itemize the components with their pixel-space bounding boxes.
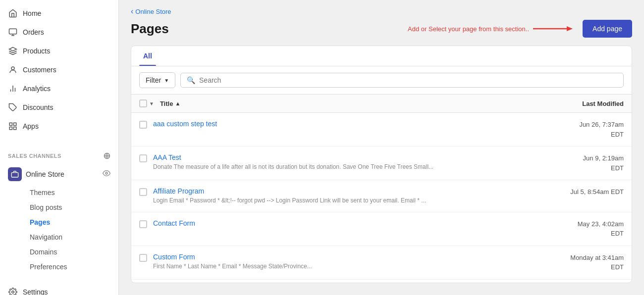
tab-all[interactable]: All [139, 46, 156, 66]
header-right: Add or Select your page from this sectio… [408, 20, 632, 38]
table-row: aaa custom step test Jun 26, 7:37am EDT [131, 113, 632, 147]
subnav-blog-posts[interactable]: Blog posts [22, 200, 118, 215]
row-desc: Donate The measure of a life after all i… [153, 163, 535, 171]
subnav-navigation[interactable]: Navigation [22, 230, 118, 245]
subnav-themes[interactable]: Themes [22, 185, 118, 200]
customers-icon [8, 65, 18, 75]
orders-icon [8, 27, 18, 37]
sidebar-item-orders[interactable]: Orders [0, 23, 118, 42]
row-checkbox[interactable] [139, 121, 147, 129]
svg-rect-13 [11, 173, 18, 177]
svg-marker-17 [567, 26, 573, 31]
sidebar: Home Orders Products Customers Analytics [0, 0, 119, 295]
page-title: Pages [131, 21, 169, 37]
row-date: Jun 9, 2:19am EDT [535, 153, 624, 173]
chevron-down-icon: ▼ [164, 78, 169, 83]
row-content: Affiliate Program Login Email * Password… [153, 187, 535, 205]
table-row: Contact Form May 23, 4:02am EDT [131, 212, 632, 246]
svg-rect-12 [14, 127, 16, 130]
sort-icon[interactable]: ▲ [175, 100, 180, 106]
svg-rect-0 [9, 29, 17, 34]
row-desc: First Name * Last Name * Email * Message… [153, 262, 535, 271]
table-header: ▼ Title ▲ Last Modified [131, 95, 632, 113]
content-area: All Filter ▼ 🔍 ▼ Tit [119, 46, 644, 295]
subnav-domains[interactable]: Domains [22, 245, 118, 259]
add-sales-channel-button[interactable]: ⊕ [103, 151, 111, 160]
home-icon [8, 8, 18, 18]
row-checkbox[interactable] [139, 154, 147, 162]
subnav-pages[interactable]: Pages [22, 215, 118, 230]
sidebar-item-apps[interactable]: Apps [0, 117, 118, 136]
breadcrumb-parent[interactable]: Online Store [135, 8, 171, 15]
breadcrumb[interactable]: ‹ Online Store [119, 0, 644, 18]
row-checkbox[interactable] [139, 220, 147, 228]
svg-marker-3 [9, 48, 17, 51]
toolbar: Filter ▼ 🔍 [131, 66, 632, 95]
tabs-bar: All [131, 46, 632, 66]
table-body: aaa custom step test Jun 26, 7:37am EDT … [131, 113, 632, 283]
online-store-subnav: Themes Blog posts Pages Navigation Domai… [0, 185, 118, 274]
checkbox-dropdown-icon[interactable]: ▼ [149, 101, 154, 106]
row-content: Custom Form First Name * Last Name * Ema… [153, 253, 535, 271]
row-title[interactable]: Affiliate Program [153, 187, 535, 195]
sidebar-item-orders-label: Orders [23, 28, 110, 36]
sidebar-item-products[interactable]: Products [0, 42, 118, 60]
analytics-icon [8, 84, 18, 94]
svg-rect-11 [9, 127, 12, 130]
table-row: Affiliate Program Login Email * Password… [131, 180, 632, 212]
column-modified-header: Last Modified [535, 100, 624, 107]
search-wrap: 🔍 [180, 73, 624, 88]
select-all-checkbox[interactable] [139, 99, 147, 107]
sidebar-item-discounts[interactable]: Discounts [0, 98, 118, 117]
row-title[interactable]: Custom Form [153, 253, 535, 261]
settings-icon [8, 287, 18, 295]
add-page-button[interactable]: Add page [583, 20, 632, 38]
svg-point-4 [11, 67, 14, 70]
row-date: Monday at 3:41am EDT [535, 253, 624, 272]
row-date: Jul 5, 8:54am EDT [535, 187, 624, 197]
sales-channels-header: SALES CHANNELS ⊕ [0, 144, 118, 163]
filter-button[interactable]: Filter ▼ [139, 72, 175, 88]
sidebar-item-home-label: Home [23, 9, 110, 17]
products-icon [8, 46, 18, 56]
table-row: AAA Test Donate The measure of a life af… [131, 147, 632, 180]
select-all-wrap[interactable]: ▼ [139, 99, 154, 107]
table-row: Custom Form First Name * Last Name * Ema… [131, 246, 632, 280]
sidebar-item-settings-label: Settings [23, 288, 110, 295]
row-title[interactable]: Contact Form [153, 219, 535, 227]
row-content: aaa custom step test [153, 120, 535, 128]
row-date: May 23, 4:02am EDT [535, 219, 624, 239]
breadcrumb-chevron: ‹ [131, 7, 133, 16]
row-content: Contact Form [153, 219, 535, 227]
row-content: AAA Test Donate The measure of a life af… [153, 153, 535, 171]
row-checkbox[interactable] [139, 188, 147, 196]
svg-point-15 [12, 291, 14, 294]
eye-icon[interactable] [103, 169, 110, 179]
sidebar-item-discounts-label: Discounts [23, 103, 110, 111]
row-desc: Login Email * Password * &lt;!-- forgot … [153, 197, 535, 205]
row-title[interactable]: aaa custom step test [153, 120, 535, 128]
subnav-preferences[interactable]: Preferences [22, 259, 118, 274]
sidebar-item-customers[interactable]: Customers [0, 60, 118, 79]
hint-arrow-svg [533, 24, 573, 34]
online-store-icon [8, 167, 22, 181]
row-date: Jun 26, 7:37am EDT [535, 120, 624, 139]
page-header: Pages Add or Select your page from this … [119, 18, 644, 46]
discounts-icon [8, 102, 18, 112]
svg-point-14 [106, 172, 107, 174]
sidebar-item-analytics-label: Analytics [23, 85, 110, 93]
sidebar-item-home[interactable]: Home [0, 4, 118, 23]
hint-text: Add or Select your page from this sectio… [408, 24, 573, 34]
search-input[interactable] [199, 76, 617, 84]
search-icon: 🔍 [187, 76, 195, 84]
sidebar-item-products-label: Products [23, 47, 110, 55]
row-title[interactable]: AAA Test [153, 153, 535, 161]
online-store-row[interactable]: Online Store [0, 163, 118, 185]
apps-icon [8, 121, 18, 131]
sidebar-item-settings[interactable]: Settings [0, 282, 118, 295]
filter-label: Filter [146, 76, 161, 84]
pages-card: All Filter ▼ 🔍 ▼ Tit [131, 46, 632, 283]
sidebar-item-analytics[interactable]: Analytics [0, 79, 118, 98]
sidebar-item-apps-label: Apps [23, 122, 110, 130]
row-checkbox[interactable] [139, 254, 147, 262]
